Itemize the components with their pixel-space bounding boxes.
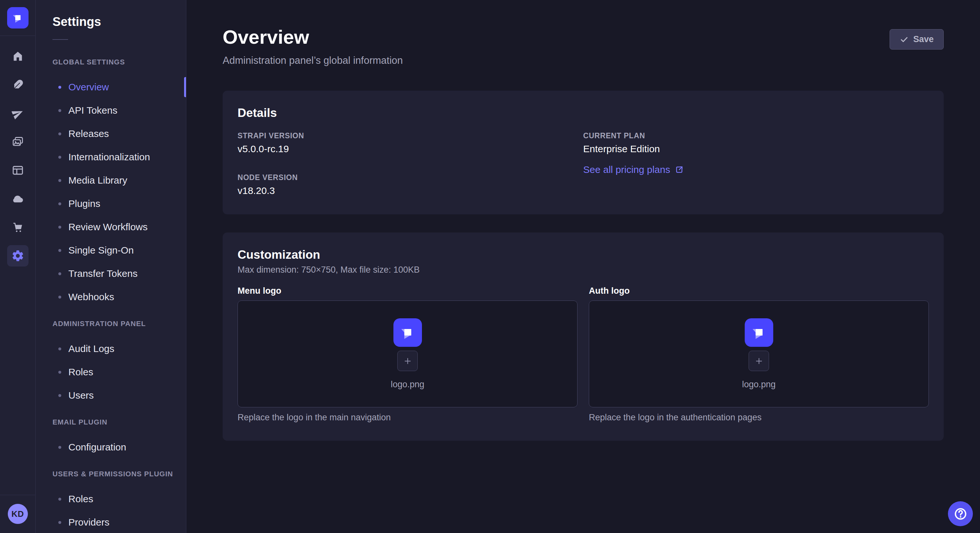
customization-constraints: Max dimension: 750×750, Max file size: 1… [237, 265, 929, 275]
bullet-icon [58, 521, 61, 524]
current-plan-value: Enterprise Edition [583, 143, 929, 154]
page-header: Overview Administration panel’s global i… [223, 27, 944, 67]
pricing-plans-link[interactable]: See all pricing plans [583, 164, 684, 175]
home-icon[interactable] [7, 46, 29, 67]
bullet-icon [58, 371, 61, 374]
auth-logo-caption: Replace the logo in the authentication p… [589, 412, 929, 423]
marketplace-cart-icon[interactable] [7, 217, 29, 238]
strapi-logo-icon [11, 11, 25, 25]
settings-gear-icon[interactable] [7, 245, 29, 266]
menu-logo-filename: logo.png [391, 379, 425, 390]
sidebar-item-plugins[interactable]: Plugins [36, 192, 186, 215]
strapi-version-field: STRAPI VERSION v5.0.0-rc.19 [237, 132, 583, 154]
strapi-logo-icon [749, 323, 768, 342]
plus-icon [754, 356, 764, 366]
current-plan-label: CURRENT PLAN [583, 132, 929, 140]
paper-plane-icon[interactable] [7, 103, 29, 124]
menu-logo-add-button[interactable] [397, 351, 418, 371]
section-label-administration-panel: ADMINISTRATION PANEL [36, 320, 186, 328]
section-label-global-settings: GLOBAL SETTINGS [36, 58, 186, 67]
question-mark-icon [953, 507, 968, 521]
user-avatar[interactable]: KD [8, 504, 28, 524]
menu-logo-preview [393, 318, 422, 347]
customization-card: Customization Max dimension: 750×750, Ma… [223, 233, 944, 441]
section-label-users-permissions-plugin: USERS & PERMISSIONS PLUGIN [36, 470, 186, 478]
node-version-label: NODE VERSION [237, 173, 583, 182]
bullet-icon [58, 296, 61, 298]
feather-icon[interactable] [7, 74, 29, 95]
bullet-icon [58, 109, 61, 112]
rail-bottom-divider [0, 495, 36, 495]
auth-logo-dropzone[interactable]: logo.png [589, 300, 929, 408]
pricing-plans-link-label: See all pricing plans [583, 164, 670, 175]
sidebar-item-api-tokens[interactable]: API Tokens [36, 99, 186, 122]
menu-logo-label: Menu logo [237, 286, 578, 296]
bullet-icon [58, 249, 61, 252]
auth-logo-label: Auth logo [589, 286, 929, 296]
details-heading: Details [237, 106, 929, 120]
settings-sidebar: Settings GLOBAL SETTINGS Overview API To… [36, 0, 186, 533]
auth-logo-preview [745, 318, 773, 347]
bullet-icon [58, 156, 61, 159]
bullet-icon [58, 446, 61, 449]
icon-rail: KD [0, 0, 36, 533]
external-link-icon [675, 165, 684, 174]
sidebar-item-admin-roles[interactable]: Roles [36, 360, 186, 384]
node-version-field: NODE VERSION v18.20.3 [237, 173, 583, 196]
users-permissions-list: Roles Providers [36, 487, 186, 533]
strapi-logo-icon [398, 323, 417, 342]
sidebar-item-audit-logs[interactable]: Audit Logs [36, 337, 186, 360]
plus-icon [403, 356, 412, 366]
sidebar-item-overview[interactable]: Overview [36, 75, 186, 99]
bullet-icon [58, 498, 61, 501]
sidebar-item-up-providers[interactable]: Providers [36, 511, 186, 533]
auth-logo-section: Auth logo logo.png Replace the logo in t… [589, 286, 929, 423]
email-plugin-list: Configuration [36, 436, 186, 459]
sidebar-item-releases[interactable]: Releases [36, 122, 186, 145]
avatar-initials: KD [11, 509, 24, 519]
menu-logo-section: Menu logo logo.png Replace the logo in t… [237, 286, 578, 423]
menu-logo-dropzone[interactable]: logo.png [237, 300, 578, 408]
sidebar-item-internationalization[interactable]: Internationalization [36, 145, 186, 169]
strapi-version-label: STRAPI VERSION [237, 132, 583, 140]
auth-logo-filename: logo.png [742, 379, 776, 390]
strapi-logo[interactable] [7, 7, 29, 29]
auth-logo-add-button[interactable] [749, 351, 769, 371]
strapi-version-value: v5.0.0-rc.19 [237, 143, 583, 154]
media-library-icon[interactable] [7, 131, 29, 152]
sidebar-item-single-sign-on[interactable]: Single Sign-On [36, 239, 186, 262]
sidebar-item-webhooks[interactable]: Webhooks [36, 285, 186, 309]
save-button[interactable]: Save [889, 29, 944, 49]
bullet-icon [58, 132, 61, 135]
sidebar-item-email-configuration[interactable]: Configuration [36, 436, 186, 459]
page-subtitle: Administration panel’s global informatio… [223, 54, 403, 67]
cloud-icon[interactable] [7, 188, 29, 209]
bullet-icon [58, 272, 61, 275]
bullet-icon [58, 202, 61, 205]
global-settings-list: Overview API Tokens Releases Internation… [36, 75, 186, 309]
bullet-icon [58, 86, 61, 89]
sidebar-item-up-roles[interactable]: Roles [36, 487, 186, 511]
customization-heading: Customization [237, 248, 929, 262]
layout-icon[interactable] [7, 160, 29, 181]
bullet-icon [58, 347, 61, 351]
sidebar-item-admin-users[interactable]: Users [36, 384, 186, 407]
details-card: Details STRAPI VERSION v5.0.0-rc.19 NODE… [223, 90, 944, 214]
menu-logo-caption: Replace the logo in the main navigation [237, 412, 578, 423]
check-icon [900, 35, 909, 44]
sidebar-item-review-workflows[interactable]: Review Workflows [36, 215, 186, 239]
sidebar-item-media-library[interactable]: Media Library [36, 169, 186, 192]
help-button[interactable] [948, 501, 973, 526]
section-label-email-plugin: EMAIL PLUGIN [36, 418, 186, 427]
bullet-icon [58, 394, 61, 397]
node-version-value: v18.20.3 [237, 185, 583, 196]
save-button-label: Save [913, 34, 934, 44]
sidebar-title: Settings [36, 15, 186, 29]
rail-divider [0, 36, 36, 36]
bullet-icon [58, 179, 61, 182]
sidebar-item-transfer-tokens[interactable]: Transfer Tokens [36, 262, 186, 285]
bullet-icon [58, 226, 61, 228]
details-grid: STRAPI VERSION v5.0.0-rc.19 NODE VERSION… [237, 132, 929, 196]
administration-panel-list: Audit Logs Roles Users [36, 337, 186, 407]
sidebar-title-divider [52, 39, 68, 40]
